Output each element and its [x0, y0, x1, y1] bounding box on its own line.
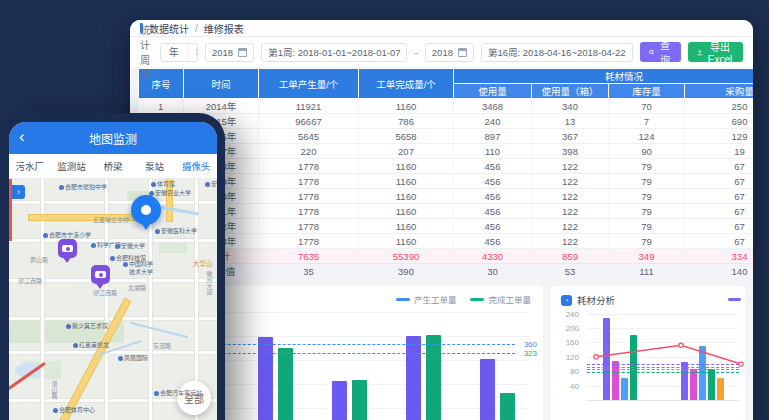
map-label: 安徽医科大学 — [155, 228, 197, 235]
table-cell: 5658 — [359, 129, 454, 144]
table-cell: 79 — [609, 189, 685, 204]
map-river — [130, 322, 189, 338]
period-label: 统计周期: — [140, 22, 153, 82]
table-row: 92022年177811604561227967 — [139, 219, 754, 234]
query-button[interactable]: 查询 — [640, 42, 681, 62]
map-label: 黄山路 — [30, 257, 48, 264]
table-cell: 67 — [685, 219, 754, 234]
period-option-年[interactable]: 年 — [161, 44, 188, 61]
map-label: 体育馆 — [151, 181, 175, 188]
y-axis-tick: 240 — [557, 310, 579, 319]
period-segmented-control: 年季月周日 — [160, 43, 198, 62]
camera-marker[interactable] — [58, 239, 77, 258]
table-cell: 90 — [609, 144, 685, 159]
map-river — [159, 206, 199, 216]
map-label: 徽州大道 — [206, 271, 212, 295]
end-year-select[interactable]: 2018 — [425, 43, 474, 62]
table-cell: 79 — [609, 174, 685, 189]
download-icon — [697, 48, 703, 57]
app-tab-监测站[interactable]: 监测站 — [51, 159, 93, 173]
col-header-time: 时间 — [184, 69, 259, 99]
table-cell: 122 — [532, 189, 609, 204]
y-axis-tick: 200 — [557, 324, 579, 333]
map-label: 望江西路 — [18, 278, 42, 285]
bar-产生工单量 — [480, 359, 495, 420]
back-icon[interactable]: ‹ — [19, 126, 25, 148]
table-cell: 5645 — [259, 129, 359, 144]
table-cell: 1778 — [259, 189, 359, 204]
camera-marker[interactable] — [91, 265, 110, 284]
app-tab-泵站[interactable]: 泵站 — [134, 159, 176, 173]
start-week-field[interactable]: 第1周: 2018-01-01~2018-01-07 — [261, 43, 407, 62]
col-header-created: 工单产生量/个 — [259, 69, 359, 99]
table-cell: 96667 — [259, 114, 359, 129]
table-cell: 124 — [609, 129, 685, 144]
table-cell: 1778 — [259, 174, 359, 189]
table-cell: 1778 — [259, 234, 359, 249]
table-cell: 1160 — [359, 204, 454, 219]
app-tab-桥梁[interactable]: 桥梁 — [92, 159, 134, 173]
table-cell: 340 — [532, 99, 609, 114]
table-cell: 456 — [454, 159, 532, 174]
map-label: 安徽省博物馆 — [205, 181, 217, 188]
bar-完成工单量 — [426, 335, 441, 420]
table-cell: 55390 — [359, 249, 454, 264]
map-label: 潜山路 — [51, 381, 57, 399]
camera-icon — [62, 245, 73, 252]
camera-icon — [95, 271, 106, 278]
table-cell: 79 — [609, 159, 685, 174]
report-table-container: 序号 时间 工单产生量/个 工单完成量/个 耗材情况 使用量使用量（箱）库存量采… — [138, 68, 753, 279]
table-row: 12014年119211160346834070250 — [139, 99, 754, 114]
table-row: 32016年56455658897367124129 — [139, 129, 754, 144]
table-cell: 67 — [685, 234, 754, 249]
table-cell: 122 — [532, 219, 609, 234]
map-label: 合肥市琥珀中学 — [59, 184, 107, 191]
app-title: 地图监测 — [89, 130, 137, 147]
expand-panel-button[interactable]: › — [12, 185, 25, 199]
export-excel-button[interactable]: 导出Excel — [688, 42, 743, 62]
breadcrumb-page: 维修报表 — [204, 21, 244, 36]
table-cell: 79 — [609, 219, 685, 234]
table-cell: 19 — [685, 144, 754, 159]
consumables-bar-line-chart: 2402001601208040 — [551, 286, 745, 420]
col-subheader: 使用量 — [454, 84, 532, 99]
table-cell: 122 — [532, 174, 609, 189]
table-row: 22015年96667786240137690 — [139, 114, 754, 129]
table-row: 42017年2202071103989019 — [139, 144, 754, 159]
period-option-季[interactable]: 季 — [188, 44, 198, 61]
map-label: 太湖路 — [128, 285, 146, 292]
table-cell: 67 — [685, 174, 754, 189]
phone-mockup: ‹ 地图监测 污水厂监测站桥梁泵站摄像头 — [0, 113, 225, 420]
start-week-value: 第1周: 2018-01-01~2018-01-07 — [268, 45, 400, 59]
x-axis-line — [587, 400, 739, 401]
app-tab-摄像头[interactable]: 摄像头 — [175, 159, 217, 173]
table-cell: 334 — [685, 249, 754, 264]
start-year-select[interactable]: 2018 — [205, 43, 254, 62]
map-view[interactable]: › 全部 合肥市琥珀中学体育馆安徽农业大学安徽省博物馆五里墩立交桥安徽医科大学合… — [9, 179, 217, 420]
table-cell: 349 — [609, 249, 685, 264]
table-cell: 1778 — [259, 219, 359, 234]
table-cell: 207 — [359, 144, 454, 159]
table-cell: 859 — [532, 249, 609, 264]
show-all-button[interactable]: 全部 — [177, 381, 211, 415]
map-label: 东流路 — [153, 343, 171, 350]
table-cell: 456 — [454, 174, 532, 189]
app-tab-污水厂[interactable]: 污水厂 — [9, 159, 51, 173]
table-cell: 7635 — [259, 249, 359, 264]
consumable-bar — [603, 318, 610, 400]
selected-camera-marker[interactable] — [131, 195, 161, 225]
end-week-field[interactable]: 第16周: 2018-04-16~2018-04-22 — [481, 43, 633, 62]
start-year-value: 2018 — [212, 47, 233, 58]
y-axis-tick: 160 — [557, 338, 579, 347]
map-highway — [29, 215, 149, 220]
end-week-value: 第16周: 2018-04-16~2018-04-22 — [488, 45, 626, 59]
table-row: 72020年177811604561227967 — [139, 189, 754, 204]
table-cell: 30 — [454, 264, 532, 279]
table-cell: 1160 — [359, 234, 454, 249]
table-cell: 122 — [532, 204, 609, 219]
breadcrumb-separator: / — [195, 23, 198, 34]
bar-完成工单量 — [278, 348, 293, 420]
table-cell: 35 — [259, 264, 359, 279]
col-subheader: 采购量 — [685, 84, 754, 99]
table-cell: 129 — [685, 129, 754, 144]
